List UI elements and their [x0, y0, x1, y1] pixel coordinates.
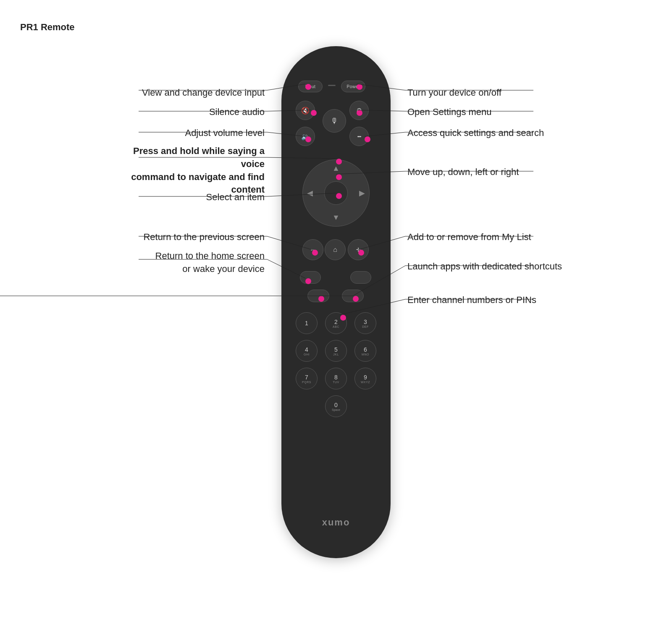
dot-power — [357, 84, 362, 90]
dash-divider — [328, 85, 336, 86]
num-button-9[interactable]: 9 WXYZ — [354, 368, 376, 389]
dot-mylist — [358, 250, 364, 256]
dot-shortcut1 — [318, 296, 324, 302]
home-button[interactable]: ⌂ — [325, 239, 346, 260]
back-button[interactable]: ← — [302, 239, 323, 260]
dpad-right-icon: ▶ — [359, 188, 365, 198]
num-button-8[interactable]: 8 TUV — [325, 368, 347, 389]
ann-numpad-text: Enter channel numbers or PINs — [407, 294, 536, 306]
mylist-button[interactable]: + — [348, 239, 369, 260]
ann-power-text: Turn your device on/off — [407, 86, 501, 99]
num-button-7[interactable]: 7 PQRS — [296, 368, 318, 389]
numpad: 1 2 ABC 3 DEF 4 GHI 5 JKL — [293, 312, 379, 423]
dot-mic — [336, 159, 342, 165]
dpad-up-icon: ▲ — [332, 164, 340, 173]
dpad-down-icon: ▼ — [332, 213, 340, 222]
num-row-2: 4 GHI 5 JKL 6 MNO — [293, 340, 379, 362]
ann-settings-text: Open Settings menu — [407, 106, 492, 118]
ann-mute-text: Silence audio — [209, 106, 265, 118]
dot-shortcut2 — [353, 296, 359, 302]
dpad-left-icon: ◀ — [307, 188, 313, 198]
ann-quick-text: Access quick settings and search — [407, 127, 544, 139]
ann-shortcuts-text: Launch apps with dedicated shortcuts — [407, 260, 562, 273]
remote-container: Input Power 🔇 ⚙ 🎙 🔉 ••• ▲ — [281, 46, 391, 558]
dot-input — [305, 84, 311, 90]
dot-select — [336, 193, 342, 199]
ann-home-text: Return to the home screenor wake your de… — [155, 250, 265, 276]
volume-down-button[interactable]: 🔉 — [296, 127, 315, 146]
ann-mic-text: Press and hold while saying a voicecomma… — [122, 145, 265, 196]
dot-settings — [357, 110, 362, 116]
num-row-3: 7 PQRS 8 TUV 9 WXYZ — [293, 368, 379, 389]
ann-dpad-text: Move up, down, left or right — [407, 166, 519, 178]
num-button-6[interactable]: 6 MNO — [354, 340, 376, 362]
dot-quick — [365, 136, 370, 142]
dpad-ring[interactable]: ▲ ▼ ◀ ▶ — [302, 159, 370, 227]
num-button-3[interactable]: 3 DEF — [354, 312, 376, 334]
num-button-0[interactable]: 0 Space — [325, 395, 347, 417]
dot-back — [312, 250, 318, 256]
num-row-0: 0 Space — [293, 395, 379, 417]
mic-icon: 🎙 — [331, 117, 338, 125]
num-row-1: 1 2 ABC 3 DEF — [293, 312, 379, 334]
num-button-1[interactable]: 1 — [296, 312, 318, 334]
quick-icon: ••• — [357, 134, 361, 139]
ann-mylist-text: Add to or remove from My List — [407, 231, 531, 243]
dot-dpad — [336, 174, 342, 180]
mic-button[interactable]: 🎙 — [323, 109, 346, 133]
dot-numpad — [340, 315, 346, 321]
dot-vol — [305, 136, 311, 142]
mute-icon: 🔇 — [301, 107, 310, 115]
brand-label: xumo — [281, 517, 391, 528]
dot-mute — [311, 110, 317, 116]
dpad-center-button[interactable] — [324, 181, 348, 205]
home-icon: ⌂ — [333, 246, 337, 253]
num-button-4[interactable]: 4 GHI — [296, 340, 318, 362]
ann-select-text: Select an item — [206, 191, 265, 204]
ann-input-text: View and change device input — [142, 86, 265, 99]
ann-back-text: Return to the previous screen — [143, 231, 265, 243]
ann-vol-text: Adjust volume level — [185, 127, 265, 139]
num-button-5[interactable]: 5 JKL — [325, 340, 347, 362]
page-title: PR1 Remote — [20, 22, 75, 33]
remote-body: Input Power 🔇 ⚙ 🎙 🔉 ••• ▲ — [281, 46, 391, 558]
dot-home — [305, 278, 311, 284]
shortcut-right-button[interactable] — [350, 271, 371, 284]
